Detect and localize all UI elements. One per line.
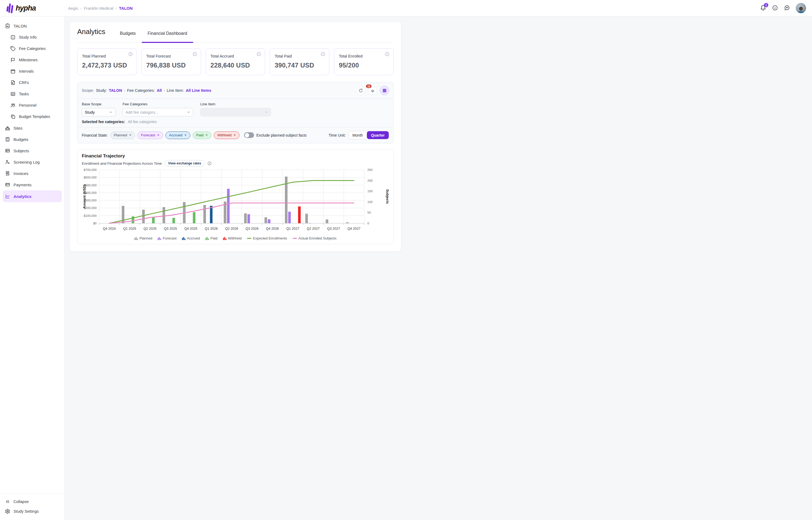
svg-text:Q2 2026: Q2 2026 [225, 227, 238, 231]
breadcrumb-aegis[interactable]: Aegis [68, 6, 78, 10]
close-icon[interactable]: ✕ [234, 133, 236, 137]
close-icon[interactable]: ✕ [157, 133, 160, 137]
svg-text:Q4 2027: Q4 2027 [347, 227, 360, 231]
selected-fee-label: Selected fee categories: [82, 120, 125, 124]
exclude-planned-toggle[interactable] [244, 132, 254, 138]
close-icon[interactable]: ✕ [205, 133, 208, 137]
close-icon[interactable]: ✕ [129, 133, 131, 137]
svg-text:Q2 2027: Q2 2027 [307, 227, 320, 231]
time-unit-quarter-button[interactable]: Quarter [367, 131, 389, 139]
sidebar-item-budgets[interactable]: Budgets [0, 134, 64, 145]
apps-grid-button[interactable] [380, 86, 389, 95]
trajectory-chart[interactable]: $0$100,000$200,000$300,000$400,000$500,0… [82, 168, 390, 236]
info-circle-icon[interactable] [257, 52, 261, 56]
stat-label: Total Planned [82, 54, 132, 58]
info-circle-icon[interactable] [207, 161, 212, 165]
sidebar-item-analytics[interactable]: Analytics [3, 190, 62, 202]
sidebar-item-intervals[interactable]: Intervals [0, 66, 64, 77]
sidebar-item-talon[interactable]: TALON [0, 20, 64, 32]
sidebar-item-screening-log[interactable]: Screening Log [0, 156, 64, 168]
sidebar-item-tasks[interactable]: Tasks [0, 88, 64, 100]
exclude-toggle-label: Exclude planned-subject facts [257, 133, 307, 137]
sidebar-item-label: Intervals [19, 69, 34, 73]
refresh-icon [359, 88, 363, 93]
alerts-button[interactable]: 33 [368, 86, 377, 95]
tab-financial-dashboard[interactable]: Financial Dashboard [142, 31, 193, 43]
sidebar-item-crfs[interactable]: CRFs [0, 77, 64, 88]
top-header: hypha Aegis › Franklin Medical › TALON 1 [0, 0, 406, 17]
legend-item: Withheld [223, 236, 242, 240]
legend-item: Planned [134, 236, 153, 240]
base-scope-value: Study [85, 110, 95, 114]
stat-card-total-paid: Total Paid 390,747 USD [270, 48, 329, 75]
base-scope-label: Base Scope [82, 102, 115, 106]
stat-value: 2,472,373 USD [82, 61, 132, 69]
svg-text:Q4 2025: Q4 2025 [184, 227, 197, 231]
hypha-logo[interactable]: hypha [0, 3, 65, 14]
breadcrumb-talon[interactable]: TALON [119, 6, 133, 10]
chip-forecast[interactable]: Forecast✕ [137, 131, 163, 139]
svg-text:150: 150 [367, 189, 372, 193]
stat-label: Total Accrued [211, 54, 261, 58]
svg-text:$0: $0 [93, 222, 97, 225]
info-circle-icon[interactable] [321, 52, 325, 56]
fee-category-combobox[interactable]: Add fee category... [123, 108, 193, 116]
chip-paid[interactable]: Paid✕ [193, 131, 211, 139]
sidebar-item-fee-categories[interactable]: Fee Categories [0, 43, 64, 54]
sidebar-item-label: Invoices [14, 171, 28, 176]
logo-text: hypha [16, 4, 36, 12]
chip-label: Planned [114, 133, 127, 137]
scope-study-value[interactable]: TALON [109, 88, 122, 93]
scope-filter-card: Scope: Study: TALON › Fee Categories: Al… [77, 82, 394, 144]
sidebar-item-study-info[interactable]: Study Info [0, 32, 64, 43]
svg-text:$600,000: $600,000 [84, 176, 97, 179]
document-icon [10, 80, 16, 85]
tab-budgets[interactable]: Budgets [114, 31, 142, 43]
time-unit-month-button[interactable]: Month [348, 131, 367, 139]
sidebar-item-label: Study Info [19, 35, 36, 40]
sidebar-item-subjects[interactable]: Subjects [0, 145, 64, 156]
legend-item: Paid [205, 236, 217, 240]
close-icon[interactable]: ✕ [184, 133, 187, 137]
sidebar-item-label: Subjects [14, 149, 29, 153]
fee-category-placeholder: Add fee category... [126, 110, 158, 114]
selected-fee-value: All fee categories [128, 120, 157, 124]
calculator-icon [5, 137, 10, 142]
svg-text:100: 100 [367, 200, 372, 204]
sidebar-item-budget-templates[interactable]: Budget Templates [0, 111, 64, 122]
chip-planned[interactable]: Planned✕ [110, 131, 135, 139]
chip-label: Accrued [169, 133, 182, 137]
scope-fee-value[interactable]: All [157, 88, 162, 93]
base-scope-select[interactable]: Study [82, 108, 115, 116]
people-icon [10, 103, 16, 108]
financial-trajectory-card: Financial Trajectory Enrollment and Fina… [77, 149, 394, 244]
chart-line-icon [5, 193, 10, 199]
legend-bar-glyph [223, 236, 227, 240]
svg-text:50: 50 [367, 211, 371, 214]
scope-study-label: Study: [96, 88, 107, 93]
info-circle-icon[interactable] [128, 52, 133, 56]
sidebar-item-payments[interactable]: Payments [0, 179, 64, 190]
chip-withheld[interactable]: Withheld✕ [214, 131, 239, 139]
chip-label: Forecast [141, 133, 155, 137]
svg-text:Amount (USD): Amount (USD) [82, 185, 86, 209]
chevron-down-icon [109, 110, 112, 114]
scope-prefix: Scope: [82, 88, 94, 93]
financial-state-row: Financial State: Planned✕ Forecast✕ Accr… [77, 128, 393, 143]
sidebar-item-milestones[interactable]: Milestones [0, 54, 64, 66]
refresh-button[interactable] [356, 86, 365, 95]
sidebar-item-sites[interactable]: Sites [0, 122, 64, 134]
stat-value: 95/200 [339, 61, 389, 69]
breadcrumb-franklin-medical[interactable]: Franklin Medical [84, 6, 113, 10]
scope-line-value[interactable]: All Line Items [186, 88, 211, 93]
info-circle-icon[interactable] [385, 52, 390, 56]
sidebar-item-label: Payments [14, 183, 32, 187]
sidebar-item-label: TALON [14, 24, 27, 28]
sidebar-item-invoices[interactable]: Invoices [0, 168, 64, 179]
sidebar-item-personnel[interactable]: Personnel [0, 100, 64, 111]
chip-accrued[interactable]: Accrued✕ [165, 131, 190, 139]
checklist-icon [10, 91, 16, 97]
view-exchange-rates-button[interactable]: View exchange rates [164, 160, 205, 166]
info-circle-icon[interactable] [192, 52, 197, 56]
scope-fee-label: Fee Categories: [127, 88, 155, 93]
